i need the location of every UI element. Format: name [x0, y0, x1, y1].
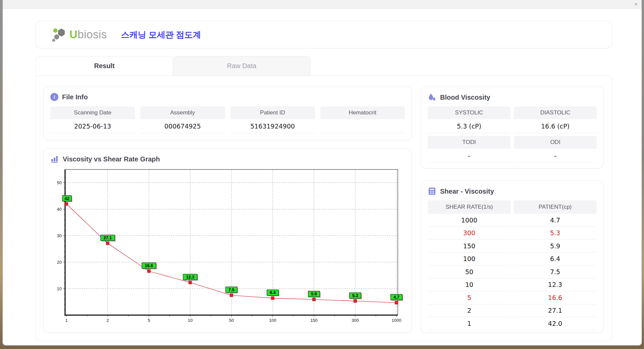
chart-x-labels: 12510501001503001000	[65, 318, 401, 323]
svg-text:5: 5	[148, 318, 150, 323]
svg-text:1: 1	[65, 318, 67, 323]
cell-shear-rate: 5	[428, 291, 511, 304]
table-row: 227.1	[428, 304, 597, 317]
brand-u: U	[69, 28, 77, 41]
metric-value-odi: –	[514, 149, 597, 163]
svg-text:20: 20	[57, 260, 62, 265]
table-row: 3005.3	[428, 227, 597, 240]
graph-title: Viscosity vs Shear Rate Graph	[63, 155, 160, 163]
window-titlebar: ×	[3, 0, 642, 9]
field-value-scanning-date: 2025-06-13	[50, 119, 135, 133]
file-info-header: i File Info	[50, 93, 405, 101]
field-label-scanning-date: Scanning Date	[50, 106, 135, 119]
cell-shear-rate: 2	[428, 304, 511, 317]
metric-label-todi: TODI	[428, 136, 511, 149]
cell-shear-rate: 10	[428, 279, 511, 292]
svg-text:30: 30	[57, 233, 62, 238]
cell-patient-viscosity: 16.6	[514, 291, 597, 304]
app-window: × Ubiosis 스캐닝 모세관 점도계 Result Raw Data	[2, 0, 642, 346]
cell-patient-viscosity: 12.3	[514, 279, 597, 292]
cell-shear-rate: 300	[428, 227, 511, 240]
cell-patient-viscosity: 5.9	[514, 240, 597, 253]
svg-text:150: 150	[310, 318, 318, 323]
cell-shear-rate: 1000	[428, 214, 511, 227]
field-label-patient-id: Patient ID	[230, 106, 315, 119]
table-row: 1012.3	[428, 279, 597, 292]
table-row: 1505.9	[428, 240, 597, 253]
metric-label-diastolic: DIASTOLIC	[514, 106, 597, 119]
calculator-icon	[428, 187, 436, 196]
tab-bar: Result Raw Data	[36, 56, 612, 76]
svg-text:10: 10	[57, 286, 62, 291]
table-row: 507.5	[428, 265, 597, 279]
hexagon-logo-icon	[51, 28, 67, 42]
page-title: 스캐닝 모세관 점도계	[121, 29, 201, 40]
table-body: 10004.73005.31505.91006.4507.51012.3516.…	[428, 214, 597, 330]
field-value-hematocrit	[320, 119, 405, 133]
svg-text:300: 300	[352, 318, 359, 323]
field-label-assembly: Assembly	[140, 106, 225, 119]
svg-text:16.6: 16.6	[145, 263, 153, 268]
tab-result[interactable]: Result	[36, 56, 173, 76]
cell-patient-viscosity: 27.1	[514, 304, 597, 317]
metric-label-odi: ODI	[514, 136, 597, 149]
cell-patient-viscosity: 7.5	[514, 265, 597, 279]
shear-viscosity-table: SHEAR RATE(1/s) PATIENT(cp) 10004.73005.…	[428, 200, 597, 330]
left-column: i File Info Scanning Date Assembly Patie…	[43, 87, 412, 333]
field-value-assembly: 000674925	[140, 119, 225, 133]
file-info-card: i File Info Scanning Date Assembly Patie…	[43, 87, 412, 140]
shear-viscosity-title: Shear - Viscosity	[440, 188, 494, 195]
svg-text:40: 40	[57, 207, 62, 212]
svg-text:42: 42	[65, 196, 69, 201]
cell-shear-rate: 100	[428, 253, 511, 266]
svg-text:12.3: 12.3	[186, 275, 194, 280]
viscosity-chart-container: 1020304050125105010015030010004227.116.6…	[50, 167, 405, 327]
close-icon[interactable]: ×	[634, 1, 638, 7]
svg-text:10: 10	[188, 318, 193, 323]
svg-text:6.4: 6.4	[270, 290, 275, 295]
brand-rest: biosis	[77, 28, 107, 41]
file-info-grid: Scanning Date Assembly Patient ID Hemato…	[50, 106, 405, 133]
shear-viscosity-header: Shear - Viscosity	[428, 187, 597, 196]
column-header-patient: PATIENT(cp)	[514, 200, 597, 214]
table-row: 142.0	[428, 317, 597, 330]
cell-shear-rate: 150	[428, 240, 511, 253]
header-card: Ubiosis 스캐닝 모세관 점도계	[36, 21, 612, 48]
cell-patient-viscosity: 6.4	[514, 253, 597, 266]
brand-logo: Ubiosis	[51, 28, 107, 42]
metric-value-todi: –	[428, 149, 511, 163]
table-row: 516.6	[428, 291, 597, 304]
column-header-shear-rate: SHEAR RATE(1/s)	[428, 200, 511, 214]
shear-viscosity-card: Shear - Viscosity SHEAR RATE(1/s) PATIEN…	[421, 181, 604, 333]
file-info-title: File Info	[62, 93, 88, 101]
svg-text:7.5: 7.5	[228, 288, 234, 292]
blood-viscosity-grid: SYSTOLIC DIASTOLIC 5.3 (cP) 16.6 (cP) TO…	[428, 106, 597, 163]
tab-raw-data[interactable]: Raw Data	[173, 56, 311, 76]
metric-value-systolic: 5.3 (cP)	[428, 119, 511, 133]
bar-chart-icon	[50, 155, 59, 163]
page-content: Ubiosis 스캐닝 모세관 점도계 Result Raw Data i Fi…	[3, 9, 642, 345]
svg-text:50: 50	[57, 180, 62, 185]
svg-text:2: 2	[106, 318, 109, 323]
svg-text:5.3: 5.3	[352, 293, 358, 298]
droplets-icon	[428, 93, 436, 102]
info-icon: i	[50, 93, 58, 101]
svg-text:1000: 1000	[392, 318, 401, 323]
right-column: Blood Viscosity SYSTOLIC DIASTOLIC 5.3 (…	[421, 87, 604, 333]
blood-viscosity-card: Blood Viscosity SYSTOLIC DIASTOLIC 5.3 (…	[421, 87, 604, 168]
field-value-patient-id: 51631924900	[230, 119, 315, 133]
svg-text:50: 50	[229, 318, 234, 323]
svg-text:27.1: 27.1	[104, 236, 112, 240]
table-row: 1006.4	[428, 253, 597, 266]
metric-label-systolic: SYSTOLIC	[428, 106, 511, 119]
cell-shear-rate: 1	[428, 317, 511, 330]
table-row: 10004.7	[428, 214, 597, 227]
svg-text:100: 100	[269, 318, 276, 323]
chart-y-labels: 1020304050	[57, 180, 62, 291]
metric-value-diastolic: 16.6 (cP)	[514, 119, 597, 133]
blood-viscosity-title: Blood Viscosity	[440, 94, 490, 101]
cell-patient-viscosity: 42.0	[514, 317, 597, 330]
blood-viscosity-header: Blood Viscosity	[428, 93, 597, 102]
cell-patient-viscosity: 5.3	[514, 227, 597, 240]
field-label-hematocrit: Hematocrit	[320, 106, 405, 119]
